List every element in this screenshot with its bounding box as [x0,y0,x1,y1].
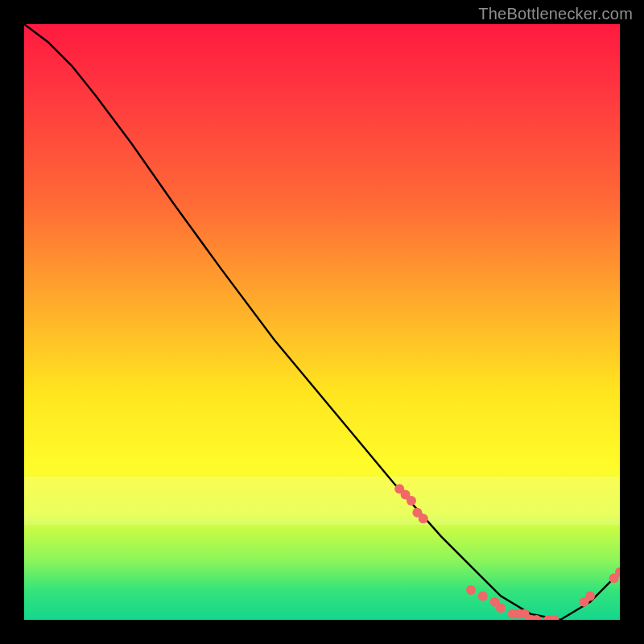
marker-dot [496,603,506,613]
marker-dot [419,514,428,523]
marker-dot [466,585,476,595]
bottleneck-curve-line [24,24,620,620]
marker-dot [407,496,416,506]
watermark-text: TheBottlenecker.com [478,5,633,23]
marker-dot [550,615,559,620]
chart-frame: TheBottlenecker.com [0,0,644,644]
plot-area [24,24,620,620]
chart-svg [24,24,620,620]
marker-dot [585,591,595,601]
marker-dot [478,591,488,601]
